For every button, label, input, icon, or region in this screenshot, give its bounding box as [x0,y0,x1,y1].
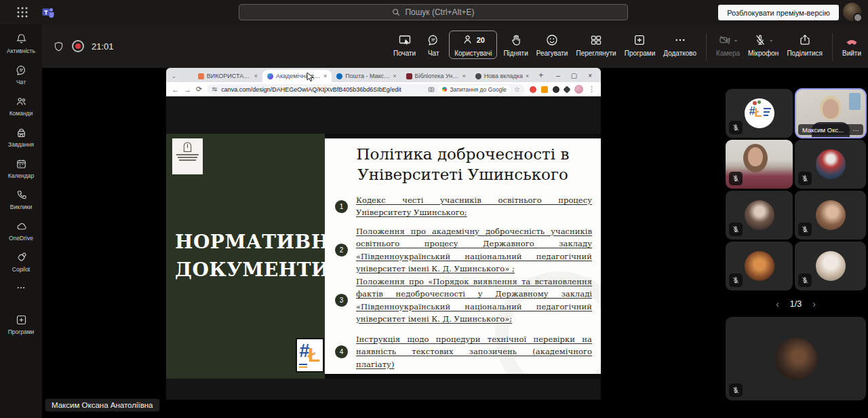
tab-search-chevron-icon[interactable]: ⌄ [168,73,180,82]
tab-close-icon[interactable]: × [323,73,327,79]
teams-logo-icon[interactable] [41,5,55,19]
sidebar-item-copilot[interactable]: Copilot [0,251,42,273]
participants-button[interactable]: 20 Користувачі [449,31,497,59]
sidebar-item-activity[interactable]: Активність [0,33,42,54]
mic-off-badge [798,223,812,236]
participant-tile-large[interactable] [726,317,866,400]
backpack-icon [15,126,28,139]
close-button[interactable]: × [588,72,592,79]
more-button[interactable]: Додатково [659,31,701,59]
browser-tab-active[interactable]: Академічна добро... × [262,70,332,82]
premium-unlock-button[interactable]: Розблокувати преміум-версію [718,5,839,20]
active-speaker-tile[interactable]: Максим Окс... ··· [795,88,867,138]
share-button[interactable]: Поділитися [783,31,827,59]
view-button[interactable]: Переглянути [572,31,620,59]
maximize-button[interactable]: ▢ [571,72,577,79]
browser-tab[interactable]: Пошта - Максим О × [332,70,401,82]
participant-tile[interactable] [795,191,866,240]
app-launcher-icon[interactable] [16,6,28,18]
reload-button[interactable]: ⟳ [196,85,202,94]
tab-close-icon[interactable]: × [254,73,258,79]
search-placeholder: Пошук (Ctrl+Alt+E) [405,7,474,17]
omnibox[interactable]: canva.com/design/DAHEGeOwIAQ/KtjXvBfB405… [207,84,525,94]
mic-chevron-icon[interactable]: ⌄ [769,37,774,43]
active-speaker-name-bar: Максим Окс... ··· [798,124,863,135]
sidebar-item-calendar[interactable]: Календар [0,157,42,179]
sidebar-more-icon[interactable] [0,282,42,293]
sidebar-item-apps[interactable]: Програми [0,314,42,335]
leave-button[interactable]: Вийти [838,31,865,59]
camera-off-icon [718,33,732,47]
participant-tile[interactable]: #Ł [726,89,793,138]
l-glyph: Ł [308,343,320,366]
extension-icon[interactable] [541,86,548,93]
chat-button[interactable]: Чат [420,31,447,59]
wall-poster [849,93,861,110]
profile-avatar[interactable] [843,3,861,21]
apps-plus-icon [15,314,28,326]
participants-count-badge: 20 [477,36,485,44]
sidebar-item-chat[interactable]: Чат [0,64,42,86]
tab-close-icon[interactable]: × [462,73,466,79]
bookmark-star-icon[interactable]: ☆ [514,86,520,93]
pinned-tab[interactable] [186,79,193,82]
participant-avatar: #Ł [745,98,774,128]
tab-close-icon[interactable]: × [526,73,529,79]
participant-tile[interactable] [795,242,866,290]
mic-off-badge [729,172,743,185]
browser-tab[interactable]: Бібліотека Універс... × [401,70,471,82]
extension-icon[interactable] [530,86,536,93]
slide-left-heading: НОРМАТИВНІ ДОКУМЕНТИ [175,229,338,284]
teams-people-icon [15,95,28,108]
browser-menu-icon[interactable]: ⋮ [588,85,595,94]
sidebar-item-teams[interactable]: Команди [0,95,42,117]
participant-tile[interactable] [795,140,866,189]
back-button[interactable]: ← [172,86,179,94]
apps-button[interactable]: Програми [620,31,660,59]
mic-off-badge [798,273,812,287]
canva-favicon [267,73,273,79]
window-controls: – ▢ × [556,72,599,82]
extension-icon[interactable] [563,86,570,93]
camera-button[interactable]: ⌄ Камера [712,31,744,59]
pinned-tab[interactable] [180,79,186,82]
participant-tile[interactable] [726,191,793,240]
browser-tab[interactable]: ВИКОРИСТАННЯ ... × [193,70,262,82]
participant-tile[interactable] [726,140,793,189]
google-lens-chip[interactable]: Запитання до Google [438,86,511,94]
camera-chevron-icon[interactable]: ⌄ [734,37,738,43]
pager-next-icon[interactable]: › [812,299,816,309]
meeting-time: 21:01 [92,41,114,52]
tab-favicon [475,73,481,79]
minimize-button[interactable]: – [556,72,560,79]
view-grid-icon [589,33,603,47]
sidebar-item-onedrive[interactable]: OneDrive [0,220,42,242]
tab-favicon [198,73,204,79]
mic-off-badge [729,223,743,236]
pager-prev-icon[interactable]: ‹ [776,299,779,309]
participant-avatar [745,251,774,281]
search-input[interactable]: Пошук (Ctrl+Alt+E) [239,4,628,20]
site-settings-icon[interactable] [212,86,218,92]
start-button[interactable]: Почати [389,31,420,59]
participant-avatar [816,251,846,281]
raise-hand-button[interactable]: Підняти [499,31,532,59]
participant-avatar [775,338,817,380]
outlook-favicon [336,73,342,79]
tile-more-icon[interactable]: ··· [853,126,860,134]
mic-button[interactable]: ⌄ Мікрофон [744,31,783,59]
slide-list-item: 2 Положення про академічну доброчесність… [335,225,592,275]
new-tab-button[interactable]: + [534,71,548,82]
extension-icon[interactable] [553,86,559,93]
browser-tab[interactable]: Нова вкладка × [471,70,534,82]
sidebar-item-assignments[interactable]: Завдання [0,126,42,148]
participant-tile[interactable] [726,242,793,290]
cloud-icon [15,220,28,233]
react-button[interactable]: Реагувати [532,31,572,59]
participant-avatar [745,200,774,230]
browser-profile-avatar[interactable] [574,85,583,94]
tab-close-icon[interactable]: × [393,73,396,79]
forward-button[interactable]: → [184,86,191,94]
screenshot-icon[interactable] [428,86,435,93]
sidebar-item-calls[interactable]: Виклики [0,189,42,210]
